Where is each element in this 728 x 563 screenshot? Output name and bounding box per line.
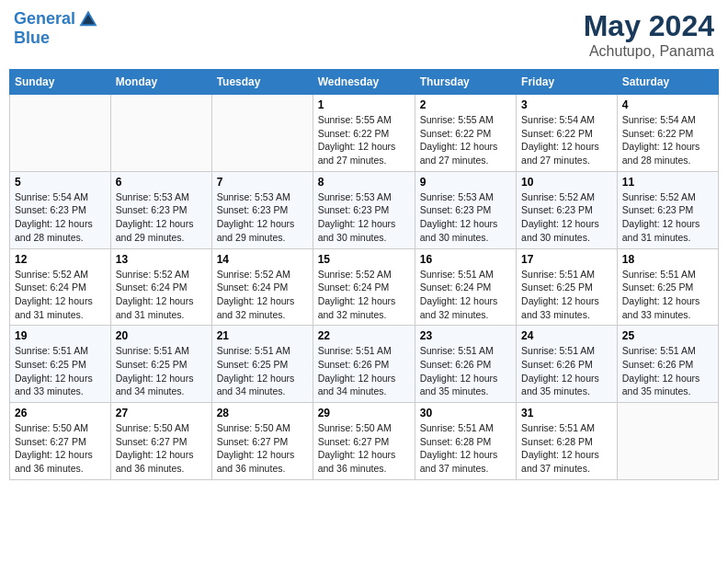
calendar-cell: 12Sunrise: 5:52 AM Sunset: 6:24 PM Dayli… <box>10 248 111 326</box>
calendar-cell: 4Sunrise: 5:54 AM Sunset: 6:22 PM Daylig… <box>617 95 718 172</box>
day-number: 20 <box>116 329 207 342</box>
day-number: 21 <box>217 329 308 342</box>
page-header: General Blue May 2024 Achutupo, Panama <box>9 9 719 60</box>
logo-text: General Blue <box>14 9 98 48</box>
day-info: Sunrise: 5:50 AM Sunset: 6:27 PM Dayligh… <box>217 421 308 476</box>
day-number: 3 <box>521 98 612 111</box>
location-subtitle: Achutupo, Panama <box>584 43 714 60</box>
day-info: Sunrise: 5:52 AM Sunset: 6:23 PM Dayligh… <box>521 190 612 245</box>
calendar-cell: 23Sunrise: 5:51 AM Sunset: 6:26 PM Dayli… <box>415 326 516 403</box>
calendar-cell: 13Sunrise: 5:52 AM Sunset: 6:24 PM Dayli… <box>110 248 211 326</box>
calendar-cell: 6Sunrise: 5:53 AM Sunset: 6:23 PM Daylig… <box>110 171 211 248</box>
calendar-cell <box>211 95 313 172</box>
day-number: 8 <box>318 176 410 189</box>
calendar-cell: 7Sunrise: 5:53 AM Sunset: 6:23 PM Daylig… <box>211 171 313 248</box>
calendar-cell <box>10 95 111 172</box>
title-block: May 2024 Achutupo, Panama <box>584 9 714 60</box>
calendar-cell: 29Sunrise: 5:50 AM Sunset: 6:27 PM Dayli… <box>313 403 415 480</box>
day-number: 13 <box>116 253 207 266</box>
calendar-cell: 3Sunrise: 5:54 AM Sunset: 6:22 PM Daylig… <box>517 95 618 172</box>
logo-icon <box>78 9 98 29</box>
col-header-thursday: Thursday <box>415 70 516 95</box>
day-info: Sunrise: 5:50 AM Sunset: 6:27 PM Dayligh… <box>318 421 410 476</box>
calendar-cell: 22Sunrise: 5:51 AM Sunset: 6:26 PM Dayli… <box>313 326 415 403</box>
day-number: 22 <box>318 329 410 342</box>
day-number: 12 <box>15 253 106 266</box>
day-number: 11 <box>622 176 713 189</box>
calendar-week-row: 26Sunrise: 5:50 AM Sunset: 6:27 PM Dayli… <box>10 403 719 480</box>
day-info: Sunrise: 5:54 AM Sunset: 6:22 PM Dayligh… <box>521 113 612 167</box>
day-info: Sunrise: 5:52 AM Sunset: 6:23 PM Dayligh… <box>622 190 713 245</box>
day-info: Sunrise: 5:51 AM Sunset: 6:28 PM Dayligh… <box>521 421 612 476</box>
calendar-table: SundayMondayTuesdayWednesdayThursdayFrid… <box>9 69 719 480</box>
calendar-cell: 24Sunrise: 5:51 AM Sunset: 6:26 PM Dayli… <box>517 326 618 403</box>
day-info: Sunrise: 5:51 AM Sunset: 6:28 PM Dayligh… <box>420 421 511 476</box>
day-number: 19 <box>15 329 106 342</box>
calendar-cell: 27Sunrise: 5:50 AM Sunset: 6:27 PM Dayli… <box>110 403 211 480</box>
day-info: Sunrise: 5:50 AM Sunset: 6:27 PM Dayligh… <box>15 421 106 476</box>
day-info: Sunrise: 5:51 AM Sunset: 6:26 PM Dayligh… <box>318 344 410 398</box>
col-header-monday: Monday <box>110 70 211 95</box>
calendar-week-row: 12Sunrise: 5:52 AM Sunset: 6:24 PM Dayli… <box>10 248 719 326</box>
calendar-cell: 5Sunrise: 5:54 AM Sunset: 6:23 PM Daylig… <box>10 171 111 248</box>
day-info: Sunrise: 5:55 AM Sunset: 6:22 PM Dayligh… <box>318 113 410 167</box>
day-number: 27 <box>116 407 207 419</box>
calendar-cell: 26Sunrise: 5:50 AM Sunset: 6:27 PM Dayli… <box>10 403 111 480</box>
day-info: Sunrise: 5:52 AM Sunset: 6:24 PM Dayligh… <box>15 268 106 322</box>
calendar-header-row: SundayMondayTuesdayWednesdayThursdayFrid… <box>10 70 719 95</box>
calendar-cell: 19Sunrise: 5:51 AM Sunset: 6:25 PM Dayli… <box>10 326 111 403</box>
calendar-cell <box>617 403 718 480</box>
calendar-cell: 16Sunrise: 5:51 AM Sunset: 6:24 PM Dayli… <box>415 248 516 326</box>
col-header-friday: Friday <box>517 70 618 95</box>
day-number: 17 <box>521 253 612 266</box>
day-number: 15 <box>318 253 410 266</box>
day-number: 18 <box>622 253 713 266</box>
day-number: 6 <box>116 176 207 189</box>
day-info: Sunrise: 5:53 AM Sunset: 6:23 PM Dayligh… <box>420 190 511 245</box>
logo-general: General <box>14 9 75 28</box>
day-number: 9 <box>420 176 511 189</box>
day-number: 4 <box>622 98 713 111</box>
day-number: 10 <box>521 176 612 189</box>
day-info: Sunrise: 5:53 AM Sunset: 6:23 PM Dayligh… <box>116 190 207 245</box>
day-info: Sunrise: 5:51 AM Sunset: 6:25 PM Dayligh… <box>15 344 106 398</box>
day-info: Sunrise: 5:52 AM Sunset: 6:24 PM Dayligh… <box>116 268 207 322</box>
day-number: 25 <box>622 329 713 342</box>
day-info: Sunrise: 5:52 AM Sunset: 6:24 PM Dayligh… <box>217 268 308 322</box>
day-info: Sunrise: 5:53 AM Sunset: 6:23 PM Dayligh… <box>217 190 308 245</box>
day-number: 23 <box>420 329 511 342</box>
col-header-sunday: Sunday <box>10 70 111 95</box>
calendar-week-row: 1Sunrise: 5:55 AM Sunset: 6:22 PM Daylig… <box>10 95 719 172</box>
calendar-cell: 1Sunrise: 5:55 AM Sunset: 6:22 PM Daylig… <box>313 95 415 172</box>
day-info: Sunrise: 5:51 AM Sunset: 6:26 PM Dayligh… <box>622 344 713 398</box>
day-info: Sunrise: 5:53 AM Sunset: 6:23 PM Dayligh… <box>318 190 410 245</box>
day-info: Sunrise: 5:51 AM Sunset: 6:24 PM Dayligh… <box>420 268 511 322</box>
day-info: Sunrise: 5:51 AM Sunset: 6:25 PM Dayligh… <box>521 268 612 322</box>
calendar-cell: 20Sunrise: 5:51 AM Sunset: 6:25 PM Dayli… <box>110 326 211 403</box>
calendar-week-row: 19Sunrise: 5:51 AM Sunset: 6:25 PM Dayli… <box>10 326 719 403</box>
day-info: Sunrise: 5:51 AM Sunset: 6:26 PM Dayligh… <box>521 344 612 398</box>
calendar-cell: 17Sunrise: 5:51 AM Sunset: 6:25 PM Dayli… <box>517 248 618 326</box>
col-header-saturday: Saturday <box>617 70 718 95</box>
calendar-week-row: 5Sunrise: 5:54 AM Sunset: 6:23 PM Daylig… <box>10 171 719 248</box>
day-number: 24 <box>521 329 612 342</box>
day-number: 29 <box>318 407 410 419</box>
calendar-cell: 9Sunrise: 5:53 AM Sunset: 6:23 PM Daylig… <box>415 171 516 248</box>
day-info: Sunrise: 5:52 AM Sunset: 6:24 PM Dayligh… <box>318 268 410 322</box>
calendar-cell: 18Sunrise: 5:51 AM Sunset: 6:25 PM Dayli… <box>617 248 718 326</box>
day-info: Sunrise: 5:51 AM Sunset: 6:25 PM Dayligh… <box>622 268 713 322</box>
day-info: Sunrise: 5:54 AM Sunset: 6:23 PM Dayligh… <box>15 190 106 245</box>
calendar-cell: 11Sunrise: 5:52 AM Sunset: 6:23 PM Dayli… <box>617 171 718 248</box>
day-number: 26 <box>15 407 106 419</box>
day-number: 28 <box>217 407 308 419</box>
day-info: Sunrise: 5:51 AM Sunset: 6:25 PM Dayligh… <box>217 344 308 398</box>
day-number: 1 <box>318 98 410 111</box>
day-number: 30 <box>420 407 511 419</box>
logo-blue: Blue <box>14 29 98 48</box>
day-info: Sunrise: 5:55 AM Sunset: 6:22 PM Dayligh… <box>420 113 511 167</box>
calendar-cell: 30Sunrise: 5:51 AM Sunset: 6:28 PM Dayli… <box>415 403 516 480</box>
day-number: 2 <box>420 98 511 111</box>
month-year-title: May 2024 <box>584 9 714 43</box>
col-header-wednesday: Wednesday <box>313 70 415 95</box>
calendar-cell: 10Sunrise: 5:52 AM Sunset: 6:23 PM Dayli… <box>517 171 618 248</box>
